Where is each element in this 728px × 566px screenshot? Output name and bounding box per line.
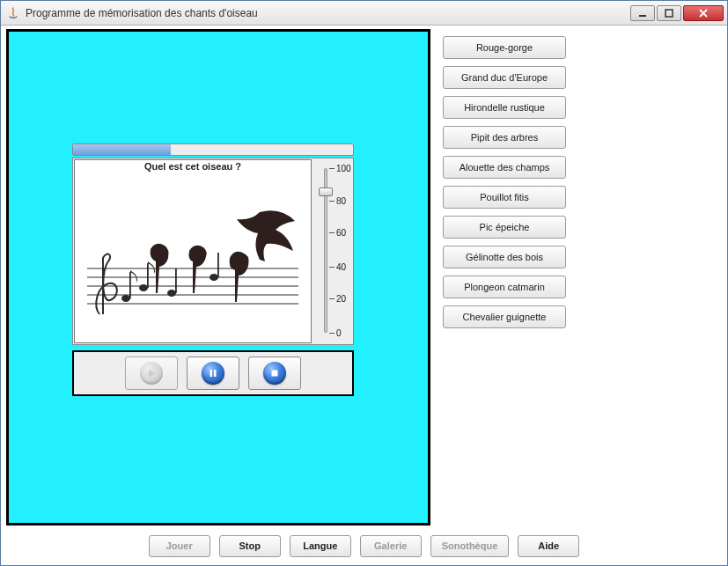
play-button[interactable] (125, 357, 178, 390)
minimize-button[interactable] (630, 5, 655, 21)
titlebar: Programme de mémorisation des chants d'o… (1, 1, 727, 26)
content-area: Quel est cet oiseau ? (1, 26, 727, 565)
media-controls (72, 350, 354, 396)
svg-rect-18 (272, 371, 278, 377)
close-button[interactable] (683, 5, 724, 21)
tick-label: 80 (336, 195, 346, 205)
question-image (80, 173, 305, 342)
tick-label: 40 (336, 261, 346, 271)
svg-rect-1 (665, 10, 673, 17)
question-frame: Quel est cet oiseau ? (72, 158, 354, 345)
bird-choice-button[interactable]: Chevalier guignette (443, 305, 566, 328)
svg-rect-16 (210, 370, 213, 377)
tick-label: 60 (336, 228, 346, 238)
bird-choice-button[interactable]: Pouillot fitis (443, 186, 566, 209)
svg-point-8 (121, 295, 130, 302)
tick-label: 0 (336, 327, 342, 337)
language-button[interactable]: Langue (290, 535, 351, 557)
svg-rect-15 (217, 253, 219, 277)
bird-choice-button[interactable]: Pic épeiche (443, 216, 566, 239)
play-game-button[interactable]: Jouer (149, 535, 210, 557)
bird-choice-button[interactable]: Grand duc d'Europe (443, 66, 566, 89)
svg-rect-11 (147, 263, 149, 288)
svg-rect-9 (129, 272, 131, 298)
volume-thumb[interactable] (319, 187, 333, 196)
play-icon (140, 362, 163, 385)
bird-choice-button[interactable]: Hirondelle rustique (443, 96, 566, 119)
progress-bar (72, 143, 354, 156)
bird-choices-panel: Rouge-gorge Grand duc d'Europe Hirondell… (443, 29, 722, 526)
tick-label: 100 (336, 164, 351, 173)
volume-slider[interactable]: 100 80 60 40 20 0 (312, 159, 352, 343)
question-image-frame: Quel est cet oiseau ? (74, 159, 312, 343)
progress-fill (73, 144, 171, 155)
pause-icon (202, 362, 224, 385)
window-title: Programme de mémorisation des chants d'o… (26, 7, 629, 19)
question-label: Quel est cet oiseau ? (75, 161, 311, 172)
bird-choice-button[interactable]: Pipit des arbres (443, 126, 566, 149)
visualization-panel: Quel est cet oiseau ? (6, 29, 430, 526)
gallery-button[interactable]: Galerie (360, 535, 422, 557)
bird-choice-button[interactable]: Rouge-gorge (443, 36, 566, 59)
sound-library-button[interactable]: Sonothèque (430, 535, 510, 557)
svg-point-10 (139, 284, 148, 291)
app-window: Programme de mémorisation des chants d'o… (0, 0, 728, 566)
tick-label: 20 (336, 294, 346, 304)
stop-button[interactable] (248, 357, 301, 390)
pause-button[interactable] (187, 357, 239, 390)
window-controls (629, 5, 724, 21)
stop-icon (263, 362, 286, 385)
help-button[interactable]: Aide (518, 535, 579, 557)
maximize-button[interactable] (657, 5, 681, 21)
svg-point-12 (167, 290, 176, 297)
bird-choice-button[interactable]: Gélinotte des bois (443, 246, 566, 268)
svg-point-14 (210, 274, 218, 281)
svg-rect-17 (214, 370, 217, 377)
svg-rect-13 (175, 268, 177, 293)
bird-choice-button[interactable]: Plongeon catmarin (443, 276, 566, 298)
bottom-toolbar: Jouer Stop Langue Galerie Sonothèque Aid… (6, 526, 722, 560)
java-app-icon (6, 6, 20, 20)
quiz-box: Quel est cet oiseau ? (72, 143, 354, 345)
svg-rect-0 (639, 15, 646, 17)
bird-choice-button[interactable]: Alouette des champs (443, 156, 566, 179)
stop-game-button[interactable]: Stop (219, 535, 281, 557)
main-row: Quel est cet oiseau ? (6, 29, 722, 526)
